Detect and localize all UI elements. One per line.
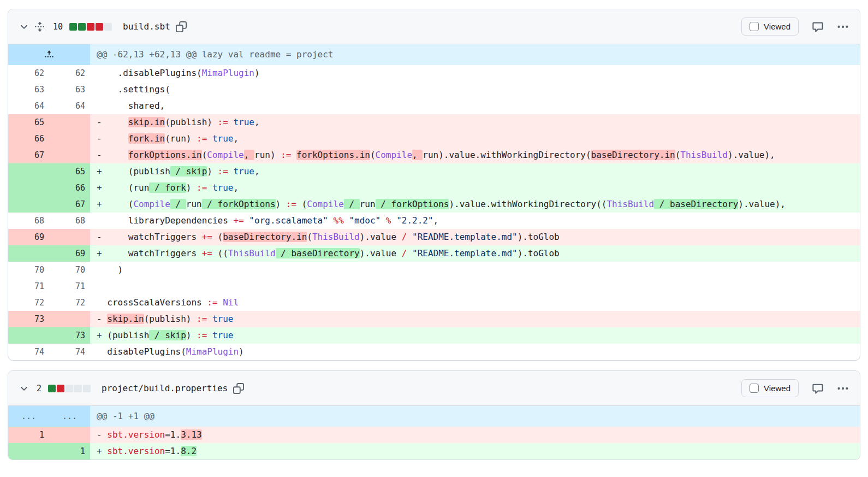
code-token: := (218, 166, 228, 176)
viewed-toggle-button[interactable]: Viewed (741, 379, 799, 397)
changed-token: / (170, 199, 186, 209)
code-token: =1. (165, 429, 181, 440)
expand-all-unfold-icon[interactable] (34, 21, 45, 32)
new-line-number[interactable] (49, 131, 90, 147)
new-line-number[interactable]: 74 (49, 344, 90, 360)
file-path[interactable]: project/build.properties (102, 383, 228, 393)
old-line-number[interactable]: 1 (8, 427, 49, 443)
file-path[interactable]: build.sbt (123, 21, 170, 32)
old-line-number[interactable]: 65 (8, 114, 49, 131)
diffstat-squares (48, 385, 91, 392)
viewed-checkbox[interactable] (750, 384, 759, 393)
old-line-number[interactable]: 72 (8, 295, 49, 311)
code-token: += (233, 215, 243, 226)
new-line-number[interactable] (49, 229, 90, 245)
changed-lines-count: 2 (37, 384, 41, 393)
old-line-number[interactable] (8, 443, 49, 460)
diff-table: ......@@ -1 +1 @@1- sbt.version=1.3.131+… (8, 406, 860, 460)
old-line-number[interactable] (8, 180, 49, 196)
copy-path-icon[interactable] (176, 21, 187, 32)
code-token: libraryDependencies (107, 215, 233, 226)
hunk-dots-new: ... (49, 406, 90, 427)
diff-line-context: 7474 disablePlugins(MimaPlugin) (8, 344, 860, 360)
diff-line-del: 69- watchTriggers += (baseDirectory.in(T… (8, 229, 860, 245)
new-line-number[interactable]: 67 (49, 196, 90, 213)
old-line-number[interactable] (8, 327, 49, 344)
code-token: run (186, 199, 202, 209)
code-token: / (402, 248, 407, 258)
new-line-number[interactable]: 72 (49, 295, 90, 311)
new-line-number[interactable] (49, 427, 90, 443)
code-token: := (197, 133, 207, 144)
code-token: run) (254, 150, 281, 160)
code-token: += (202, 248, 212, 258)
new-line-number[interactable]: 70 (49, 262, 90, 278)
viewed-checkbox[interactable] (750, 22, 759, 31)
comment-icon[interactable] (812, 382, 824, 394)
expand-hunk-gutter[interactable] (8, 44, 90, 65)
old-line-number[interactable]: 68 (8, 213, 49, 229)
code-line: + (Compile / run / forkOptions) := (Comp… (90, 196, 860, 213)
old-line-number[interactable] (8, 163, 49, 180)
diff-line-del: 67- forkOptions.in(Compile, run) := fork… (8, 147, 860, 163)
code-token: ) (186, 330, 197, 340)
hunk-gutter: ...... (8, 406, 90, 427)
code-line: .disablePlugins(MimaPlugin) (90, 65, 860, 81)
new-line-number[interactable] (49, 147, 90, 163)
diffstat-square-del (57, 385, 64, 392)
diff-line-add: 73+ (publish / skip) := true (8, 327, 860, 344)
old-line-number[interactable]: 70 (8, 262, 49, 278)
copy-path-icon[interactable] (233, 383, 244, 394)
diff-line-context: 6363 .settings( (8, 81, 860, 98)
new-line-number[interactable]: 68 (49, 213, 90, 229)
kebab-menu-icon[interactable] (837, 382, 849, 394)
code-token: crossScalaVersions (107, 297, 207, 308)
viewed-toggle-button[interactable]: Viewed (741, 17, 799, 36)
new-line-number[interactable]: 64 (49, 98, 90, 114)
old-line-number[interactable]: 64 (8, 98, 49, 114)
old-line-number[interactable] (8, 245, 49, 262)
old-line-number[interactable] (8, 196, 49, 213)
diff-marker (97, 68, 107, 78)
old-line-number[interactable]: 74 (8, 344, 49, 360)
code-token (218, 297, 223, 308)
new-line-number[interactable]: 73 (49, 327, 90, 344)
new-line-number[interactable]: 1 (49, 443, 90, 460)
code-token: := (218, 117, 228, 127)
diff-marker: - (97, 429, 107, 440)
kebab-menu-icon[interactable] (837, 21, 849, 33)
fold-up-icon[interactable] (44, 50, 54, 60)
chevron-down-icon[interactable] (19, 22, 29, 32)
diff-line-context: 7171 (8, 278, 860, 295)
old-line-number[interactable]: 63 (8, 81, 49, 98)
code-token: , (233, 182, 239, 193)
new-line-number[interactable]: 65 (49, 163, 90, 180)
code-token: ( (675, 150, 681, 160)
new-line-number[interactable] (49, 114, 90, 131)
code-token: Compile (207, 150, 243, 160)
new-line-number[interactable]: 66 (49, 180, 90, 196)
comment-icon[interactable] (812, 21, 824, 33)
code-token: true (212, 133, 234, 144)
diff-marker: - (97, 150, 107, 160)
chevron-down-icon[interactable] (19, 384, 29, 393)
code-token: true (233, 117, 254, 127)
new-line-number[interactable]: 63 (49, 81, 90, 98)
new-line-number[interactable]: 62 (49, 65, 90, 81)
changed-token: / forkOptions (376, 199, 449, 209)
new-line-number[interactable]: 69 (49, 245, 90, 262)
old-line-number[interactable]: 67 (8, 147, 49, 163)
old-line-number[interactable]: 73 (8, 311, 49, 327)
old-line-number[interactable]: 71 (8, 278, 49, 295)
old-line-number[interactable]: 66 (8, 131, 49, 147)
new-line-number[interactable] (49, 311, 90, 327)
code-line: - sbt.version=1.3.13 (90, 427, 860, 443)
hunk-dots-old: ... (8, 406, 49, 427)
old-line-number[interactable]: 62 (8, 65, 49, 81)
code-token: %% (334, 215, 344, 226)
old-line-number[interactable]: 69 (8, 229, 49, 245)
code-token: / (402, 232, 407, 242)
new-line-number[interactable]: 71 (49, 278, 90, 295)
code-token: := (197, 314, 207, 324)
hunk-header-text: @@ -1 +1 @@ (90, 406, 860, 427)
